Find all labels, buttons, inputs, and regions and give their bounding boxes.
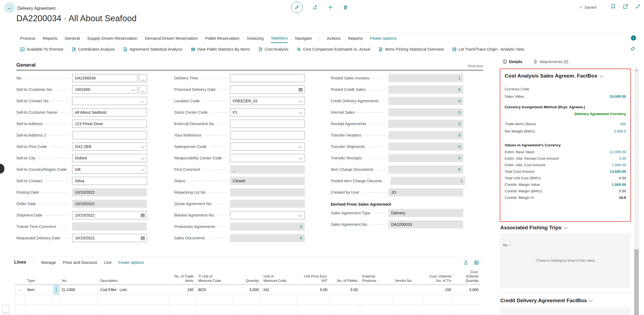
receipt-agreements-link[interactable]: 0 <box>458 122 461 126</box>
col-external-producer[interactable]: External Producer <box>360 274 392 285</box>
col-vendor-no[interactable]: Vendor No. <box>392 279 424 285</box>
action-available-to-promise[interactable]: Available To Promise <box>20 47 63 52</box>
tab-supply-driven-reservation[interactable]: Supply-Driven Reservation <box>87 35 137 43</box>
sell-to-address-2-input[interactable] <box>72 131 147 139</box>
action-contribution-analysis[interactable]: Contribution Analysis <box>72 47 115 52</box>
chevron-down-icon[interactable] <box>141 168 145 171</box>
total-cost-link[interactable]: 13,500.00 <box>610 169 626 174</box>
tab-general[interactable]: General <box>65 35 80 43</box>
cell-no[interactable]: CL1000 <box>59 285 98 295</box>
sell-to-customer-name-input[interactable]: All About Seafood <box>72 108 147 116</box>
sell-to-customer-no-input[interactable]: 1001000 <box>72 85 137 94</box>
col-ti-unit-of-measure[interactable]: TI Unit of Measure Code <box>196 274 232 285</box>
col-type[interactable]: Type <box>25 279 53 285</box>
sell-to-city-input[interactable]: Oxford <box>72 154 147 162</box>
tab-process[interactable]: Process <box>20 35 35 43</box>
col-unit-price[interactable]: Unit Price Excl. VAT <box>297 274 330 285</box>
cell-type[interactable]: Item <box>25 285 53 295</box>
lines-fewer-options[interactable]: Fewer options <box>118 260 144 265</box>
back-button[interactable]: ← <box>4 2 15 13</box>
transfer-headers-link[interactable]: 0 <box>458 133 461 137</box>
chevron-down-icon[interactable] <box>299 156 302 160</box>
col-description[interactable]: Description <box>98 279 169 285</box>
lines-price-and-discount[interactable]: Price and Discount <box>63 260 97 265</box>
cell-quantity[interactable]: 3,000 <box>232 285 261 295</box>
lines-manage[interactable]: Manage <box>41 260 56 265</box>
action-view-pallet-statistics[interactable]: View Pallet Statistics By Items <box>191 47 250 52</box>
posted-credit-sales-link[interactable]: 0 <box>458 87 461 92</box>
pin-icon[interactable] <box>630 46 636 51</box>
salesperson-code-input[interactable] <box>230 143 305 151</box>
col-no-of-pallets[interactable]: No. of Pallets <box>330 279 360 285</box>
sell-to-country-input[interactable]: GB <box>72 165 147 174</box>
cell-unit-of-measure[interactable]: KG <box>261 285 297 295</box>
bookmark-icon[interactable] <box>611 4 616 9</box>
requested-delivery-date-input[interactable]: 10/10/2022 <box>72 234 147 242</box>
cell-ti-unit-of-measure[interactable]: BOX <box>196 285 232 295</box>
shipment-date-input[interactable]: 10/10/2022 <box>72 211 147 219</box>
sell-to-contact-input[interactable]: Silvia <box>72 177 147 185</box>
credit-delivery-agreements-link[interactable]: 0 <box>458 99 461 103</box>
open-in-window-icon[interactable] <box>623 4 628 9</box>
your-reference-input[interactable] <box>230 131 305 139</box>
action-items-picking-overview[interactable]: Items Picking Statistical Overview <box>378 47 444 52</box>
collapse-icon[interactable] <box>635 4 641 9</box>
promised-delivery-date-input[interactable] <box>230 85 305 94</box>
transfer-shipments-link[interactable]: 0 <box>458 144 461 149</box>
share-icon[interactable] <box>463 260 468 265</box>
first-comment-link[interactable]: _ <box>233 167 235 172</box>
lines-line[interactable]: Line <box>104 260 112 265</box>
sell-to-post-code-input[interactable]: OX2 2EB <box>72 143 147 151</box>
new-button[interactable] <box>328 5 333 10</box>
tab-invoicing[interactable]: Invoicing <box>247 35 263 43</box>
col-no[interactable]: No. <box>59 279 98 285</box>
info-icon[interactable]: i <box>631 35 636 41</box>
delivery-time-input[interactable] <box>230 74 305 82</box>
sales-value-link[interactable]: 15,000.00 <box>610 94 626 98</box>
chevron-down-icon[interactable] <box>299 213 302 217</box>
fishing-trips-no-column[interactable]: No. ↑ <box>503 243 511 247</box>
blanket-agreement-no-input[interactable] <box>230 211 305 219</box>
menu-fewer-options[interactable]: Fewer options <box>370 35 397 43</box>
sell-to-contact-no-input[interactable]: … <box>72 97 147 105</box>
chevron-down-icon[interactable] <box>299 145 302 148</box>
col-no-of-trade-items[interactable]: No. of Trade Items <box>169 274 196 285</box>
customer-assist-button[interactable]: … <box>139 85 147 94</box>
contrib-margin-value-link[interactable]: 1,500.00 <box>612 183 626 187</box>
stock-center-code-input[interactable]: P1 <box>230 108 305 116</box>
external-document-no-input[interactable] <box>230 120 305 128</box>
menu-reports[interactable]: Reports <box>348 35 363 43</box>
tab-demand-driven-reservation[interactable]: Demand-Driven Reservation <box>145 35 198 43</box>
action-cost-comparison[interactable]: Cost Comparison Estimated vs. Actual <box>297 47 370 52</box>
sales-documents-link[interactable]: 0 <box>300 236 302 240</box>
no-assist-button[interactable]: … <box>139 74 147 82</box>
sell-to-address-input[interactable]: 123 Privet Drive <box>72 120 147 128</box>
tab-statistics[interactable]: Statistics <box>271 35 288 43</box>
show-less-link[interactable]: Show less <box>468 64 483 68</box>
action-cost-analysis[interactable]: Cost Analysis <box>258 47 288 52</box>
delete-button[interactable] <box>343 5 348 10</box>
scrollbar-up-arrow[interactable]: ▲ <box>634 69 639 72</box>
cell-description[interactable]: Cod Fillet - Loin <box>98 285 169 295</box>
open-in-excel-icon[interactable] <box>474 260 479 265</box>
estim-add-receipt-cost-link[interactable]: 0.00 <box>619 156 626 160</box>
associated-fishing-trips-title[interactable]: Associated Fishing Trips <box>500 225 567 231</box>
chevron-down-icon[interactable] <box>141 156 145 160</box>
share-button[interactable] <box>312 5 318 10</box>
factbox-scrollbar-thumb[interactable] <box>634 249 639 315</box>
edit-button[interactable] <box>291 2 303 13</box>
chevron-down-icon[interactable] <box>299 99 302 103</box>
calendar-icon[interactable] <box>298 87 303 92</box>
posted-sales-invoices-link[interactable]: 1 <box>458 76 461 80</box>
cell-external-producer[interactable] <box>360 285 392 295</box>
responsibility-center-code-input[interactable] <box>230 154 305 162</box>
cell-cust-ordered-no-of-tis[interactable]: 150 <box>424 285 453 295</box>
action-lot-track-trace[interactable]: Lot Track/Trace Origin - Analytic View <box>452 47 524 52</box>
cell-cust-ordered-quantity[interactable]: 3,000 <box>453 285 481 295</box>
cell-vendor-no[interactable] <box>392 285 424 295</box>
tab-pallet-reservation[interactable]: Pallet Reservation <box>205 35 240 43</box>
tab-details[interactable]: Details <box>502 59 522 64</box>
no-input[interactable]: DA2200034 <box>72 74 137 82</box>
production-agreements-link[interactable]: 0 <box>300 224 302 229</box>
col-cust-ordered-no-of-tis[interactable]: Cust. Ordered No. of TIs <box>424 274 453 285</box>
